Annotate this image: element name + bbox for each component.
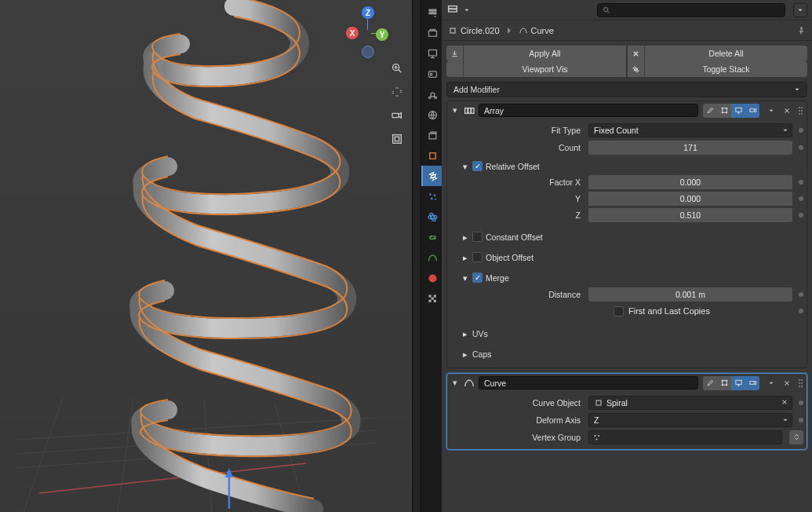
object-icon — [448, 26, 457, 35]
curve-object-label: Curve Object — [450, 398, 584, 408]
distance-field[interactable]: 0.001 m — [588, 287, 792, 302]
curve-drag-handle[interactable] — [796, 379, 803, 387]
deform-axis-dropdown[interactable]: Z — [588, 413, 792, 427]
tab-data[interactable] — [421, 247, 442, 268]
curve-toggle-edit-cage[interactable] — [703, 376, 717, 390]
anim-dot[interactable] — [799, 309, 803, 313]
svg-rect-43 — [433, 299, 435, 302]
navigation-gizmo[interactable]: Z X Y — [338, 5, 396, 63]
curve-delete-button[interactable] — [781, 376, 792, 390]
anim-dot[interactable] — [799, 180, 803, 185]
options-dropdown[interactable] — [793, 3, 807, 17]
anim-dot[interactable] — [799, 400, 803, 405]
curve-disclose[interactable]: ▾ — [450, 378, 460, 388]
curve-toggle-realtime[interactable] — [731, 376, 745, 390]
array-toggle-editmode[interactable] — [717, 104, 731, 118]
merge-checkbox[interactable] — [472, 272, 482, 283]
tab-texture[interactable] — [421, 288, 442, 309]
curve-data-icon — [519, 26, 528, 35]
svg-point-38 — [428, 274, 436, 282]
anim-dot[interactable] — [799, 418, 803, 422]
svg-line-11 — [398, 69, 401, 72]
object-offset-checkbox[interactable] — [472, 252, 482, 262]
object-offset-header[interactable]: ▸ Object Offset — [461, 250, 803, 265]
viewport-vis-button[interactable]: Viewport Vis — [446, 61, 627, 77]
editor-type-dropdown-icon[interactable] — [421, 2, 442, 23]
svg-point-67 — [595, 435, 596, 437]
relative-offset-checkbox[interactable] — [472, 161, 482, 171]
array-toggle-realtime[interactable] — [731, 104, 745, 118]
count-field[interactable]: 171 — [588, 141, 792, 155]
anim-dot[interactable] — [799, 145, 803, 150]
tab-modifiers[interactable] — [421, 166, 442, 186]
gizmo-axis-z[interactable]: Z — [362, 6, 374, 19]
anim-dot[interactable] — [799, 213, 803, 218]
perspective-toggle-icon[interactable] — [388, 130, 406, 148]
svg-rect-21 — [428, 49, 436, 56]
svg-point-53 — [722, 108, 723, 108]
svg-line-47 — [607, 11, 609, 13]
anim-dot[interactable] — [799, 128, 803, 133]
properties-editor-icon[interactable] — [446, 4, 459, 16]
array-toggle-edit-cage[interactable] — [703, 104, 717, 118]
first-last-label: First and Last Copies — [628, 306, 710, 316]
tab-collection[interactable] — [421, 125, 442, 145]
gizmo-axis-neg-z[interactable] — [362, 46, 374, 58]
pan-icon[interactable] — [388, 83, 406, 101]
anim-dot[interactable] — [799, 196, 803, 201]
tab-object[interactable] — [421, 145, 442, 166]
vertex-group-invert[interactable] — [789, 430, 803, 444]
array-drag-handle[interactable] — [796, 107, 803, 115]
svg-point-62 — [722, 385, 723, 386]
caps-header[interactable]: ▸Caps — [461, 346, 803, 361]
clear-curve-object[interactable] — [781, 398, 788, 408]
vertex-group-field[interactable] — [588, 430, 782, 444]
add-modifier-dropdown[interactable]: Add Modifier — [446, 82, 807, 97]
tab-scene[interactable] — [421, 84, 442, 104]
relative-offset-header[interactable]: ▾ Relative Offset — [461, 159, 803, 174]
tab-viewlayer[interactable] — [421, 64, 442, 84]
tab-particles[interactable] — [421, 186, 442, 207]
tab-world[interactable] — [421, 104, 442, 125]
fit-type-dropdown[interactable]: Fixed Count — [588, 123, 792, 137]
curve-name-input[interactable] — [479, 376, 698, 389]
constant-offset-header[interactable]: ▸ Constant Offset — [461, 229, 803, 244]
curve-extras-dropdown[interactable] — [766, 376, 777, 390]
apply-all-button[interactable]: Apply All — [446, 46, 627, 61]
svg-rect-28 — [429, 133, 436, 139]
tab-physics[interactable] — [421, 207, 442, 227]
curve-toggle-editmode[interactable] — [717, 376, 731, 390]
anim-dot[interactable] — [799, 292, 803, 297]
array-delete-button[interactable] — [781, 104, 792, 118]
array-toggle-render[interactable] — [745, 104, 759, 118]
curve-toggle-render[interactable] — [745, 376, 759, 390]
camera-view-icon[interactable] — [388, 107, 406, 124]
gizmo-axis-y[interactable]: Y — [376, 28, 388, 41]
first-last-checkbox[interactable] — [614, 306, 624, 316]
svg-rect-57 — [735, 108, 741, 112]
tab-output[interactable] — [421, 43, 442, 64]
pin-icon[interactable] — [796, 26, 806, 35]
toggle-stack-button[interactable]: Toggle Stack — [628, 61, 807, 77]
gizmo-axis-x[interactable]: X — [346, 27, 359, 39]
tab-material[interactable] — [421, 268, 442, 288]
svg-point-69 — [596, 438, 598, 440]
delete-all-button[interactable]: Delete All — [628, 46, 807, 61]
area-divider[interactable] — [412, 0, 421, 512]
merge-header[interactable]: ▾ Merge — [461, 270, 803, 285]
uvs-header[interactable]: ▸UVs — [461, 326, 803, 341]
tab-render[interactable] — [421, 23, 442, 43]
constant-offset-checkbox[interactable] — [472, 232, 482, 242]
factor-y-field[interactable]: 0.000 — [588, 192, 792, 206]
array-disclose[interactable]: ▾ — [450, 105, 460, 115]
array-extras-dropdown[interactable] — [766, 104, 777, 118]
curve-object-field[interactable]: Spiral — [588, 396, 792, 410]
search-input[interactable] — [597, 3, 785, 17]
viewport-3d[interactable]: Z X Y — [0, 0, 412, 512]
factor-z-field[interactable]: 0.510 — [588, 208, 792, 222]
zoom-icon[interactable] — [388, 60, 406, 77]
array-name-input[interactable] — [479, 104, 698, 117]
tab-constraints[interactable] — [421, 227, 442, 247]
factor-x-field[interactable]: 0.000 — [588, 175, 792, 189]
editor-type-chevron-icon[interactable] — [464, 5, 470, 15]
